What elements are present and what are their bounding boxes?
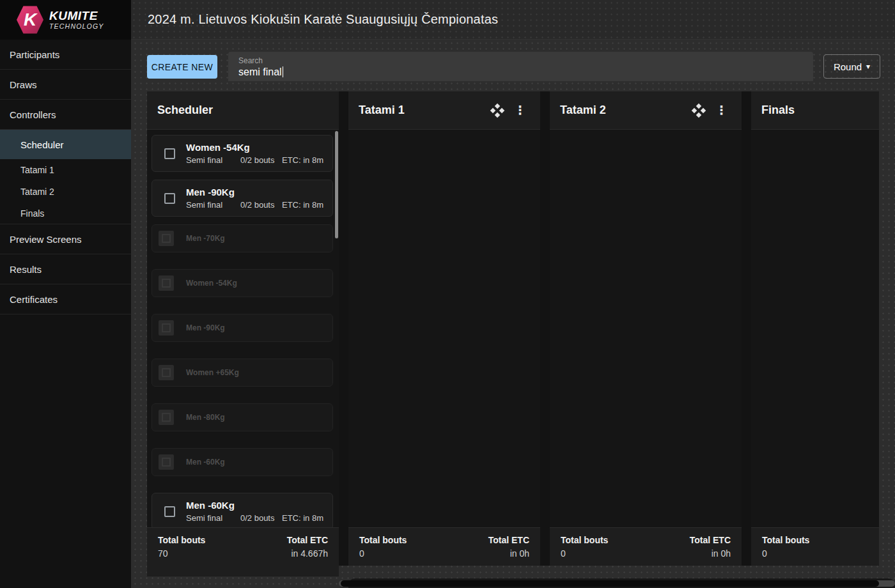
- more-vert-icon[interactable]: ⋮: [514, 104, 526, 116]
- logo-letter: K: [24, 11, 36, 29]
- total-etc-value: in 4.667h: [287, 548, 328, 559]
- card-bouts: 0/2 bouts: [240, 200, 282, 210]
- card-title: Men -90Kg: [186, 187, 323, 197]
- column-tatami-2: Tatami 2 ⋮ Total bouts 0 Total ETC in 0h: [550, 91, 742, 566]
- total-bouts-value: 0: [561, 548, 608, 559]
- total-etc-label: Total ETC: [287, 535, 328, 545]
- create-new-button[interactable]: CREATE NEW: [147, 55, 217, 79]
- category-card-disabled: Men -70Kg: [152, 224, 333, 252]
- category-card[interactable]: Women -54Kg Semi final 0/2 bouts ETC: in…: [152, 135, 333, 172]
- total-bouts-label: Total bouts: [158, 535, 205, 545]
- total-etc-label: Total ETC: [488, 535, 529, 545]
- total-etc: Total ETC in 4.667h: [287, 535, 328, 576]
- app-root: K KUMITE TECHNOLOGY Participants Draws C…: [0, 0, 895, 588]
- category-card[interactable]: Men -60Kg Semi final 0/2 bouts ETC: in 8…: [152, 493, 333, 527]
- column-footer: Total bouts 0 Total ETC in 0h: [550, 527, 742, 566]
- total-bouts-value: 0: [762, 548, 809, 559]
- sidebar-item-draws[interactable]: Draws: [0, 70, 131, 100]
- column-card-list: [348, 130, 540, 527]
- column-footer: Total bouts 70 Total ETC in 4.667h: [147, 527, 339, 576]
- checkbox-icon: [159, 454, 174, 470]
- card-content: Women -54Kg Semi final 0/2 bouts ETC: in…: [186, 142, 323, 165]
- sidebar-item-participants[interactable]: Participants: [0, 40, 131, 70]
- top-bar: 2024 m. Lietuvos Kiokušin Karatė Suaugus…: [131, 0, 895, 40]
- sidebar-item-label: Participants: [10, 49, 59, 60]
- search-input-value: semi final: [238, 66, 282, 78]
- search-input[interactable]: Search semi final: [228, 52, 813, 81]
- column-title: Tatami 2: [560, 104, 692, 117]
- card-title: Men -80Kg: [186, 413, 225, 422]
- search-input-label: Search: [238, 56, 813, 65]
- main-content: CREATE NEW Search semi final Round ▾ Sch…: [131, 40, 895, 588]
- column-gap: [742, 91, 751, 566]
- column-header-actions: ⋮: [491, 104, 526, 117]
- checkbox-icon: [159, 231, 174, 246]
- sidebar: K KUMITE TECHNOLOGY Participants Draws C…: [0, 0, 131, 588]
- more-vert-icon[interactable]: ⋮: [715, 104, 728, 116]
- category-card[interactable]: Men -90Kg Semi final 0/2 bouts ETC: in 8…: [152, 180, 333, 217]
- card-content: Men -90Kg Semi final 0/2 bouts ETC: in 8…: [186, 187, 323, 210]
- column-header-actions: ⋮: [692, 104, 728, 117]
- total-etc-value: in 0h: [488, 548, 529, 559]
- sidebar-item-tatami-1[interactable]: Tatami 1: [0, 159, 131, 181]
- card-round: Semi final: [186, 200, 240, 210]
- sidebar-nav: Participants Draws Controllers Scheduler…: [0, 40, 131, 314]
- column-card-list: [751, 130, 879, 527]
- category-card-disabled: Men -90Kg: [152, 314, 333, 342]
- round-filter-label: Round: [834, 61, 862, 72]
- total-etc-value: in 0h: [690, 548, 731, 559]
- sidebar-item-scheduler[interactable]: Scheduler: [0, 130, 131, 159]
- sidebar-item-label: Preview Screens: [10, 234, 82, 245]
- card-title: Men -60Kg: [186, 458, 225, 467]
- sidebar-item-tatami-2[interactable]: Tatami 2: [0, 181, 131, 203]
- total-bouts: Total bouts 70: [158, 535, 205, 576]
- column-gap: [339, 91, 348, 566]
- checkbox-icon[interactable]: [164, 193, 175, 204]
- brand-tagline: TECHNOLOGY: [49, 22, 104, 30]
- total-etc-label: Total ETC: [690, 535, 731, 545]
- round-filter-dropdown[interactable]: Round ▾: [823, 54, 880, 79]
- horizontal-scrollbar-track[interactable]: [339, 580, 895, 587]
- sidebar-item-label: Finals: [20, 208, 44, 219]
- card-title: Women -54Kg: [186, 279, 237, 288]
- page-title: 2024 m. Lietuvos Kiokušin Karatė Suaugus…: [148, 12, 498, 27]
- category-card-disabled: Men -80Kg: [152, 403, 333, 431]
- move-icon[interactable]: [491, 104, 504, 117]
- card-meta: Semi final 0/2 bouts ETC: in 8m: [186, 513, 323, 523]
- column-card-list: [550, 130, 742, 527]
- column-header: Scheduler: [147, 91, 339, 130]
- checkbox-icon[interactable]: [164, 148, 175, 159]
- checkbox-icon: [159, 275, 174, 291]
- card-title: Women -54Kg: [186, 142, 323, 153]
- column-footer: Total bouts 0: [751, 527, 879, 566]
- sidebar-item-controllers[interactable]: Controllers: [0, 100, 131, 130]
- sidebar-item-preview-screens[interactable]: Preview Screens: [0, 224, 131, 254]
- total-bouts: Total bouts 0: [561, 535, 608, 566]
- total-bouts: Total bouts 0: [359, 535, 407, 566]
- column-footer: Total bouts 0 Total ETC in 0h: [348, 527, 540, 566]
- total-bouts-label: Total bouts: [561, 535, 608, 545]
- move-icon[interactable]: [692, 104, 705, 117]
- card-title: Women +65Kg: [186, 368, 239, 377]
- category-card-disabled: Women +65Kg: [152, 359, 333, 387]
- horizontal-scrollbar[interactable]: [341, 580, 879, 587]
- card-title: Men -70Kg: [186, 234, 225, 243]
- sidebar-item-results[interactable]: Results: [0, 254, 131, 284]
- total-bouts-label: Total bouts: [762, 535, 809, 545]
- card-round: Semi final: [186, 155, 240, 165]
- text-cursor: [283, 66, 284, 77]
- brand-name: KUMITE: [49, 10, 104, 22]
- sidebar-item-label: Results: [10, 264, 42, 275]
- column-scheduler: Scheduler Women -54Kg Semi final 0/2 bou…: [147, 91, 339, 576]
- checkbox-icon[interactable]: [164, 506, 175, 517]
- sidebar-item-certificates[interactable]: Certificates: [0, 284, 131, 314]
- card-round: Semi final: [186, 513, 240, 523]
- vertical-scrollbar[interactable]: [335, 131, 338, 238]
- card-title: Men -60Kg: [186, 500, 323, 511]
- total-bouts-value: 0: [359, 548, 407, 559]
- card-meta: Semi final 0/2 bouts ETC: in 8m: [186, 200, 323, 210]
- sidebar-item-finals[interactable]: Finals: [0, 203, 131, 224]
- total-etc: Total ETC in 0h: [690, 535, 731, 566]
- category-card-disabled: Women -54Kg: [152, 269, 333, 297]
- total-etc: Total ETC in 0h: [488, 535, 529, 566]
